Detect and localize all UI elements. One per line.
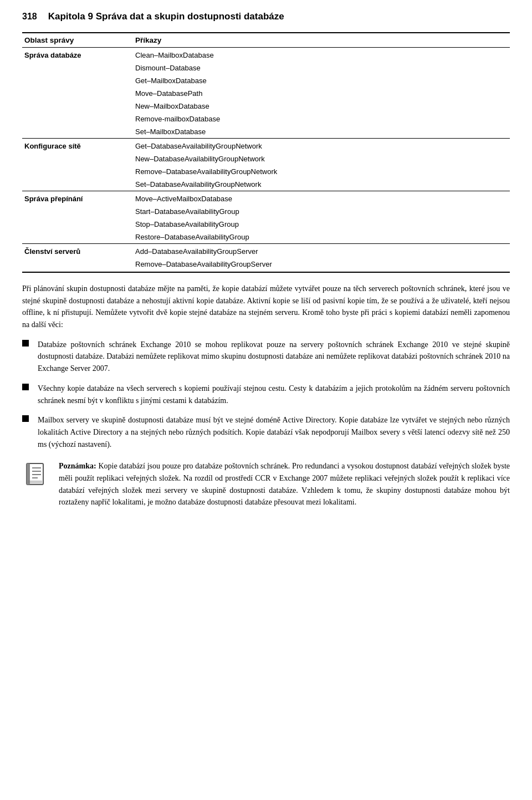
table-row: Get–MailboxDatabase [22, 74, 510, 87]
table-cell-cmd: Remove–DatabaseAvailabilityGroupServer [133, 258, 510, 272]
bullet-text: Mailbox servery ve skupině dostupnosti d… [38, 414, 510, 450]
body-paragraph-1: Při plánování skupin dostupnosti databáz… [22, 283, 510, 331]
bullet-text: Databáze poštovních schránek Exchange 20… [38, 339, 510, 375]
table-cell-cmd: Set–MailboxDatabase [133, 125, 510, 139]
svg-rect-1 [22, 384, 29, 390]
table-row: Správa přepínáníMove–ActiveMailboxDataba… [22, 191, 510, 206]
table-row: Start–DatabaseAvailabilityGroup [22, 205, 510, 218]
table-cell-cmd: Move–ActiveMailboxDatabase [133, 191, 510, 206]
table-row: Stop–DatabaseAvailabilityGroup [22, 218, 510, 231]
table-row: New–DatabaseAvailabilityGroupNetwork [22, 152, 510, 165]
col-header-area: Oblast správy [22, 33, 133, 48]
table-row: Správa databázeClean–MailboxDatabase [22, 48, 510, 62]
table-cell-cmd: Get–DatabaseAvailabilityGroupNetwork [133, 139, 510, 153]
svg-rect-2 [22, 415, 29, 422]
table-row: Remove–DatabaseAvailabilityGroupServer [22, 258, 510, 272]
table-cell-cmd: Clean–MailboxDatabase [133, 48, 510, 62]
bullet-text: Všechny kopie databáze na všech serverec… [38, 383, 510, 406]
note-box: Poznámka: Kopie databází jsou pouze pro … [22, 460, 510, 508]
bullet-icon [22, 415, 34, 424]
table-cell-area [22, 100, 133, 113]
table-cell-cmd: Restore–DatabaseAvailabilityGroup [133, 231, 510, 244]
bullet-item: Všechny kopie databáze na všech serverec… [22, 383, 510, 406]
table-cell-area: Členství serverů [22, 244, 133, 258]
table-cell-area [22, 218, 133, 231]
table-cell-area [22, 125, 133, 139]
bullet-icon [22, 384, 34, 393]
table-row: Členství serverůAdd–DatabaseAvailability… [22, 244, 510, 258]
table-cell-cmd: Stop–DatabaseAvailabilityGroup [133, 218, 510, 231]
table-cell-cmd: Remove–DatabaseAvailabilityGroupNetwork [133, 165, 510, 178]
note-icon [22, 461, 51, 492]
table-cell-cmd: Move–DatabasePath [133, 87, 510, 100]
table-cell-cmd: Start–DatabaseAvailabilityGroup [133, 205, 510, 218]
table-cell-cmd: New–DatabaseAvailabilityGroupNetwork [133, 152, 510, 165]
commands-table: Oblast správy Příkazy Správa databázeCle… [22, 32, 510, 273]
note-label: Poznámka: [59, 462, 96, 470]
table-cell-cmd: Dismount–Database [133, 62, 510, 74]
table-cell-area [22, 178, 133, 191]
table-cell-area [22, 113, 133, 125]
table-cell-area [22, 258, 133, 272]
table-cell-area [22, 87, 133, 100]
table-cell-area [22, 62, 133, 74]
table-cell-area [22, 74, 133, 87]
bullet-icon [22, 340, 34, 349]
page-number: 318 [22, 12, 37, 22]
note-content: Poznámka: Kopie databází jsou pouze pro … [59, 460, 510, 508]
table-cell-area [22, 231, 133, 244]
table-cell-cmd: Remove-mailboxDatabase [133, 113, 510, 125]
table-row: Dismount–Database [22, 62, 510, 74]
table-row: Move–DatabasePath [22, 87, 510, 100]
bullet-item: Databáze poštovních schránek Exchange 20… [22, 339, 510, 375]
table-cell-area [22, 165, 133, 178]
table-cell-area: Konfigurace sítě [22, 139, 133, 153]
table-cell-cmd: Get–MailboxDatabase [133, 74, 510, 87]
table-header-row: Oblast správy Příkazy [22, 33, 510, 48]
table-cell-cmd: Set–DatabaseAvailabilityGroupNetwork [133, 178, 510, 191]
bullet-item: Mailbox servery ve skupině dostupnosti d… [22, 414, 510, 450]
table-cell-area [22, 152, 133, 165]
table-row: New–MailboxDatabase [22, 100, 510, 113]
table-cell-cmd: Add–DatabaseAvailabilityGroupServer [133, 244, 510, 258]
bullet-section: Databáze poštovních schránek Exchange 20… [22, 339, 510, 451]
table-row: Remove-mailboxDatabase [22, 113, 510, 125]
svg-rect-0 [22, 340, 29, 347]
table-row: Konfigurace sítěGet–DatabaseAvailability… [22, 139, 510, 153]
note-text: Kopie databází jsou pouze pro databáze p… [59, 462, 510, 506]
page-header: 318 Kapitola 9 Správa dat a skupin dostu… [22, 11, 510, 22]
table-row: Remove–DatabaseAvailabilityGroupNetwork [22, 165, 510, 178]
chapter-title: Kapitola 9 Správa dat a skupin dostupnos… [48, 11, 284, 22]
col-header-cmd: Příkazy [133, 33, 510, 48]
table-row: Set–MailboxDatabase [22, 125, 510, 139]
table-row: Set–DatabaseAvailabilityGroupNetwork [22, 178, 510, 191]
table-cell-area: Správa přepínání [22, 191, 133, 206]
table-cell-area [22, 205, 133, 218]
table-cell-cmd: New–MailboxDatabase [133, 100, 510, 113]
table-row: Restore–DatabaseAvailabilityGroup [22, 231, 510, 244]
table-cell-area: Správa databáze [22, 48, 133, 62]
